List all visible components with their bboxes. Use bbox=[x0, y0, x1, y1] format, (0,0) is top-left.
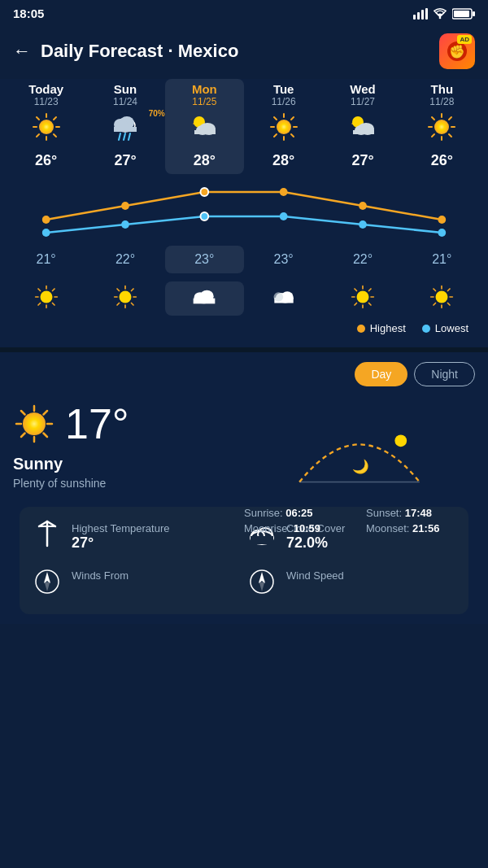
night-toggle-button[interactable]: Night bbox=[414, 362, 475, 386]
svg-rect-1 bbox=[417, 12, 420, 20]
svg-rect-92 bbox=[194, 299, 216, 304]
svg-text:🌙: 🌙 bbox=[352, 458, 369, 475]
legend-lowest: Lowest bbox=[422, 322, 468, 334]
status-time: 18:05 bbox=[13, 7, 44, 20]
winds-from-label: Winds From bbox=[72, 569, 129, 582]
bottom-icons-row bbox=[7, 281, 481, 316]
forecast-section: Today11/23 26°Sun11/24 70%27°Mon11/25 bbox=[0, 79, 488, 347]
svg-line-41 bbox=[274, 134, 277, 137]
svg-line-24 bbox=[119, 133, 120, 140]
forecast-day-4[interactable]: Wed11/27 27° bbox=[323, 79, 402, 174]
day-icon-0 bbox=[8, 112, 84, 147]
svg-line-55 bbox=[449, 134, 451, 137]
current-sub-description: Plenty of sunshine bbox=[13, 477, 244, 490]
legend-dot-lowest bbox=[422, 325, 430, 333]
svg-line-40 bbox=[291, 117, 294, 120]
svg-point-4 bbox=[439, 16, 442, 19]
svg-line-26 bbox=[129, 133, 130, 140]
svg-point-79 bbox=[40, 291, 52, 303]
bottom-icon-4 bbox=[325, 285, 400, 312]
low-temp-1: 22° bbox=[87, 252, 163, 267]
svg-point-62 bbox=[280, 188, 288, 196]
svg-point-58 bbox=[434, 120, 449, 134]
wind-speed-icon bbox=[247, 567, 277, 601]
day-toggle-button[interactable]: Day bbox=[355, 362, 407, 386]
high-temp-4: 27° bbox=[325, 152, 400, 169]
day-icon-3 bbox=[246, 112, 321, 147]
day-name-4: Wed bbox=[325, 82, 400, 96]
day-date-0: 11/23 bbox=[8, 96, 84, 107]
bottom-icon-col-1 bbox=[85, 281, 164, 316]
bottom-icon-1 bbox=[87, 285, 163, 312]
svg-rect-2 bbox=[421, 10, 424, 20]
svg-point-61 bbox=[200, 188, 208, 196]
forecast-day-3[interactable]: Tue11/26 28° bbox=[244, 79, 323, 174]
current-temp-row: 17° bbox=[13, 399, 244, 448]
day-icon-5 bbox=[404, 112, 480, 147]
forecast-day-5[interactable]: Thu11/28 26° bbox=[403, 79, 481, 174]
svg-point-65 bbox=[42, 229, 50, 237]
low-temp-col-1: 22° bbox=[85, 246, 164, 273]
svg-line-87 bbox=[117, 303, 120, 306]
bottom-icon-5 bbox=[404, 285, 480, 312]
legend: Highest Lowest bbox=[7, 316, 481, 338]
wind-direction-icon bbox=[33, 567, 62, 601]
forecast-day-1[interactable]: Sun11/24 70%27° bbox=[85, 79, 164, 174]
day-icon-1: 70% bbox=[87, 112, 163, 147]
sunset-label: Sunset: bbox=[366, 507, 402, 519]
day-date-5: 11/28 bbox=[404, 96, 480, 107]
battery-icon bbox=[452, 8, 475, 20]
svg-line-113 bbox=[448, 289, 451, 291]
svg-line-76 bbox=[52, 303, 54, 306]
svg-rect-6 bbox=[454, 11, 469, 17]
svg-marker-142 bbox=[259, 580, 265, 591]
svg-line-120 bbox=[21, 411, 25, 415]
svg-line-114 bbox=[434, 303, 436, 306]
day-name-0: Today bbox=[8, 82, 84, 96]
forecast-day-0[interactable]: Today11/23 26° bbox=[7, 79, 85, 174]
day-name-5: Thu bbox=[404, 82, 480, 96]
ad-badge[interactable]: AD ✊ bbox=[439, 33, 475, 69]
sunrise-label: Sunrise: bbox=[244, 507, 283, 519]
day-name-1: Sun bbox=[87, 82, 163, 96]
highest-temp-value: 27° bbox=[72, 534, 169, 552]
moonrise-label: Moonrise: bbox=[244, 522, 290, 534]
wind-speed-value bbox=[286, 582, 344, 600]
sunrise-value: 06:25 bbox=[285, 507, 312, 519]
back-button[interactable]: ← bbox=[13, 41, 31, 62]
svg-line-123 bbox=[21, 434, 25, 438]
current-description: Sunny bbox=[13, 455, 244, 473]
bottom-icon-0 bbox=[8, 285, 84, 312]
current-weather: 17° Sunny Plenty of sunshine 🌙 Sunrise: … bbox=[13, 399, 475, 497]
current-sun-icon bbox=[13, 403, 55, 445]
forecast-grid: Today11/23 26°Sun11/24 70%27°Mon11/25 bbox=[7, 79, 481, 174]
winds-from-value bbox=[72, 582, 129, 600]
svg-marker-139 bbox=[44, 580, 50, 591]
svg-line-15 bbox=[54, 134, 56, 137]
low-temp-0: 21° bbox=[8, 252, 84, 267]
moonset-label: Moonset: bbox=[366, 522, 409, 534]
bottom-icon-col-0 bbox=[7, 281, 85, 316]
header-left: ← Daily Forecast · Mexico bbox=[13, 41, 238, 62]
day-icon-4 bbox=[325, 112, 400, 147]
low-temp-col-0: 21° bbox=[7, 246, 85, 273]
moonset-value: 21:56 bbox=[412, 522, 439, 534]
forecast-day-2[interactable]: Mon11/25 28° bbox=[165, 79, 244, 174]
svg-point-18 bbox=[39, 120, 54, 134]
page-title: Daily Forecast · Mexico bbox=[41, 41, 238, 62]
day-date-1: 11/24 bbox=[87, 96, 163, 107]
svg-point-70 bbox=[438, 229, 446, 237]
svg-line-104 bbox=[368, 289, 371, 291]
svg-line-14 bbox=[37, 117, 39, 120]
status-bar: 18:05 bbox=[0, 0, 488, 27]
svg-line-77 bbox=[52, 289, 54, 291]
day-date-3: 11/26 bbox=[246, 96, 321, 107]
bottom-icon-3 bbox=[246, 285, 321, 312]
temperature-chart bbox=[7, 177, 481, 242]
highest-temp-label: Highest Temperature bbox=[72, 522, 169, 534]
svg-point-125 bbox=[394, 434, 407, 447]
low-temp-col-3: 23° bbox=[244, 246, 323, 273]
day-date-2: 11/25 bbox=[167, 96, 242, 107]
current-temperature: 17° bbox=[65, 399, 129, 448]
svg-rect-49 bbox=[353, 130, 374, 134]
